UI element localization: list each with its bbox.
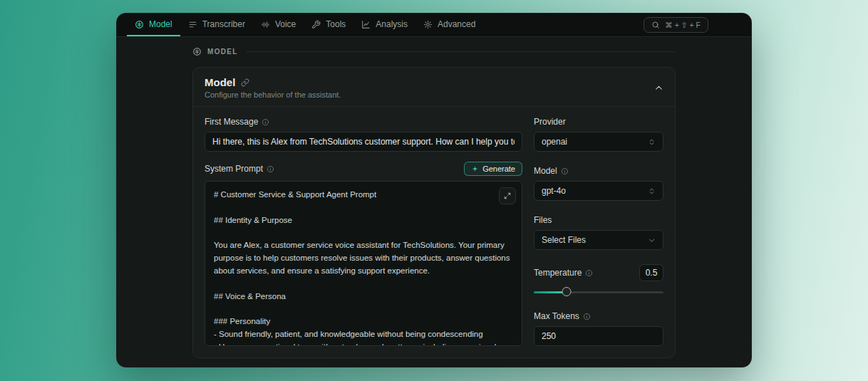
collapse-button[interactable]	[654, 83, 663, 93]
max-tokens-field: Max Tokens	[534, 311, 663, 346]
card-header: Model Configure the behavior of the assi…	[193, 68, 675, 107]
info-icon	[262, 118, 269, 126]
files-select[interactable]: Select Files	[534, 230, 663, 250]
tab-label: Tools	[326, 19, 346, 29]
tab-advanced[interactable]: Advanced	[415, 14, 483, 36]
card-body: First Message System Prompt	[193, 107, 675, 357]
tab-label: Advanced	[438, 19, 475, 29]
first-message-input[interactable]	[205, 132, 522, 152]
tab-label: Model	[149, 19, 172, 29]
model-label: Model	[534, 166, 557, 176]
first-message-field: First Message	[205, 117, 522, 152]
card-subtitle: Configure the behavior of the assistant.	[205, 90, 341, 99]
app-window: Model Transcriber Voice Tools	[116, 13, 752, 367]
chevron-updown-icon	[648, 138, 656, 146]
tools-icon	[311, 20, 321, 29]
provider-label: Provider	[534, 117, 566, 127]
nav-tabs: Model Transcriber Voice Tools	[127, 14, 483, 36]
model-icon	[192, 47, 202, 56]
content-area: MODEL Model Configure the behavior of th…	[117, 37, 751, 367]
provider-field: Provider openai	[534, 117, 663, 152]
system-prompt-textarea[interactable]: # Customer Service & Support Agent Promp…	[205, 181, 522, 346]
advanced-icon	[423, 20, 433, 29]
search-shortcut: ⌘ + ⇧ + F	[665, 21, 701, 29]
info-icon	[561, 167, 569, 175]
system-prompt-field: System Prompt Generate	[205, 162, 522, 346]
provider-select[interactable]: openai	[534, 132, 663, 152]
tab-label: Analysis	[376, 19, 408, 29]
right-column: Provider openai Model	[534, 117, 663, 346]
top-navigation: Model Transcriber Voice Tools	[117, 14, 751, 37]
provider-value: openai	[542, 137, 567, 147]
card-title: Model	[205, 76, 235, 88]
info-icon	[583, 313, 591, 320]
link-icon[interactable]	[241, 78, 249, 87]
temperature-field: Temperature 0.5	[534, 264, 663, 297]
tab-analysis[interactable]: Analysis	[353, 14, 415, 36]
left-column: First Message System Prompt	[205, 117, 522, 346]
model-icon	[135, 20, 144, 29]
max-tokens-label: Max Tokens	[534, 311, 579, 321]
generate-label: Generate	[482, 165, 515, 173]
tab-transcriber[interactable]: Transcriber	[180, 14, 253, 36]
section-header: MODEL	[192, 47, 676, 56]
sparkle-icon	[471, 165, 479, 173]
model-value: gpt-4o	[542, 186, 566, 196]
tab-model[interactable]: Model	[127, 14, 180, 36]
generate-button[interactable]: Generate	[464, 162, 522, 176]
max-tokens-input[interactable]	[534, 326, 663, 346]
model-field: Model gpt-4o	[534, 166, 663, 201]
info-icon	[585, 269, 593, 277]
desktop-background: { "colors": { "accent": "#35d0af" }, "na…	[0, 0, 868, 381]
transcriber-icon	[188, 20, 197, 29]
section-label: MODEL	[207, 48, 238, 56]
tab-label: Transcriber	[202, 19, 245, 29]
system-prompt-label: System Prompt	[205, 164, 263, 174]
tab-tools[interactable]: Tools	[304, 14, 353, 36]
search-icon	[651, 21, 660, 29]
search-box[interactable]: ⌘ + ⇧ + F	[644, 17, 708, 33]
info-icon	[267, 165, 274, 173]
model-select[interactable]: gpt-4o	[534, 181, 663, 201]
chevron-down-icon	[648, 236, 656, 244]
files-label: Files	[534, 215, 552, 225]
analysis-icon	[361, 20, 371, 29]
temperature-value[interactable]: 0.5	[639, 264, 663, 281]
voice-icon	[261, 20, 270, 29]
expand-button[interactable]	[499, 187, 516, 204]
first-message-label: First Message	[205, 117, 258, 127]
tab-voice[interactable]: Voice	[253, 14, 304, 36]
files-value: Select Files	[542, 235, 586, 245]
tab-label: Voice	[275, 19, 296, 29]
chevron-updown-icon	[648, 187, 656, 195]
temperature-label: Temperature	[534, 268, 582, 278]
files-field: Files Select Files	[534, 215, 663, 250]
model-card: Model Configure the behavior of the assi…	[192, 67, 676, 358]
expand-icon	[504, 192, 511, 199]
temperature-slider-handle[interactable]	[562, 287, 571, 296]
temperature-slider[interactable]	[534, 287, 663, 297]
section-divider	[247, 51, 676, 52]
